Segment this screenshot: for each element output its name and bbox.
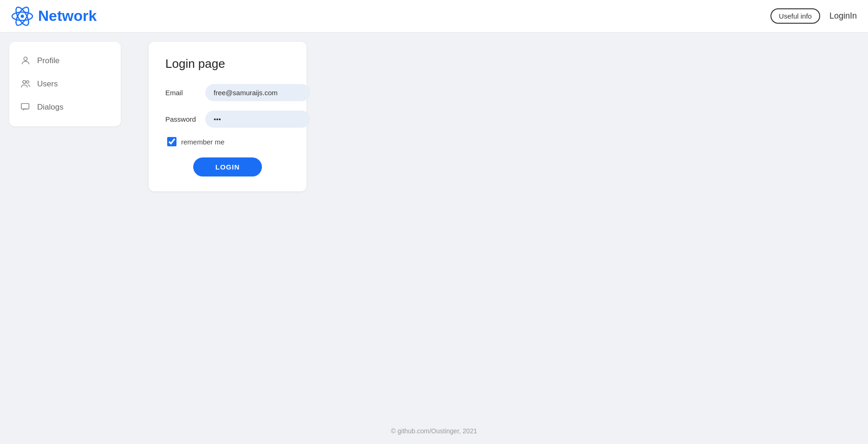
email-label: Email <box>165 89 198 97</box>
remember-me-label[interactable]: remember me <box>181 138 224 146</box>
email-input[interactable] <box>205 84 310 101</box>
sidebar: Profile Users Dialogs <box>9 42 121 126</box>
header-left: Network <box>11 5 97 27</box>
footer-text: © github.com/Oustinger, 2021 <box>391 427 477 435</box>
login-button[interactable]: LOGIN <box>193 157 262 176</box>
login-title: Login page <box>165 57 290 71</box>
password-group: Password <box>165 111 290 128</box>
sidebar-item-profile[interactable]: Profile <box>13 49 117 72</box>
users-icon <box>20 79 31 89</box>
svg-point-4 <box>24 57 27 60</box>
main-content: Profile Users Dialogs Login page <box>0 33 868 418</box>
sidebar-item-dialogs[interactable]: Dialogs <box>13 96 117 119</box>
header-right: Useful info LoginIn <box>770 8 857 24</box>
sidebar-label-dialogs: Dialogs <box>37 103 64 112</box>
svg-point-3 <box>21 14 24 18</box>
login-in-link[interactable]: LoginIn <box>829 11 857 21</box>
password-label: Password <box>165 115 198 123</box>
dialogs-icon <box>20 102 31 112</box>
useful-info-button[interactable]: Useful info <box>770 8 820 24</box>
sidebar-label-users: Users <box>37 79 58 89</box>
svg-point-5 <box>23 80 26 83</box>
login-btn-wrapper: LOGIN <box>165 157 290 176</box>
login-card-wrapper: Login page Email Password remember me LO… <box>130 42 859 409</box>
sidebar-label-profile: Profile <box>37 56 59 65</box>
remember-me-row: remember me <box>167 137 290 146</box>
remember-me-checkbox[interactable] <box>167 137 176 146</box>
brand-name: Network <box>38 7 97 25</box>
svg-point-6 <box>26 81 29 84</box>
password-input[interactable] <box>205 111 310 128</box>
svg-rect-7 <box>21 104 29 109</box>
email-group: Email <box>165 84 290 101</box>
header: Network Useful info LoginIn <box>0 0 868 33</box>
logo-icon <box>11 5 33 27</box>
person-icon <box>20 56 31 66</box>
footer: © github.com/Oustinger, 2021 <box>0 418 868 444</box>
sidebar-item-users[interactable]: Users <box>13 72 117 96</box>
login-card: Login page Email Password remember me LO… <box>149 42 307 191</box>
